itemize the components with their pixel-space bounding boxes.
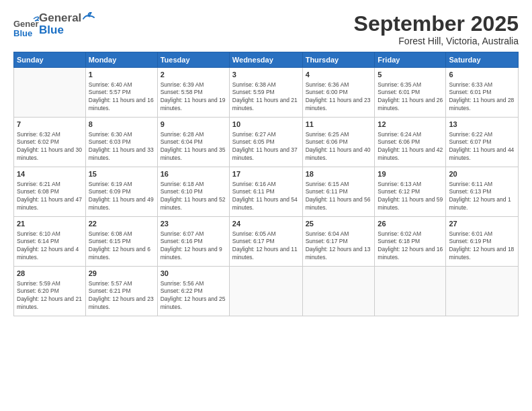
logo-text-block: General Blue — [39, 12, 95, 36]
day-number: 1 — [89, 70, 154, 80]
sunrise-info: Sunrise: 6:33 AM — [449, 81, 515, 89]
sunset-info: Sunset: 6:16 PM — [161, 238, 226, 246]
calendar-cell: 13Sunrise: 6:22 AMSunset: 6:07 PMDayligh… — [446, 118, 519, 167]
sunrise-info: Sunrise: 6:19 AM — [89, 181, 154, 189]
day-number: 13 — [449, 120, 515, 130]
calendar-cell: 27Sunrise: 6:01 AMSunset: 6:19 PMDayligh… — [446, 217, 519, 267]
daylight-info: Daylight: 12 hours and 21 minutes. — [17, 295, 83, 312]
day-number: 14 — [17, 169, 83, 179]
daylight-info: Daylight: 11 hours and 23 minutes. — [306, 97, 372, 113]
day-number: 25 — [306, 219, 372, 229]
calendar-week-row: 7Sunrise: 6:32 AMSunset: 6:02 PMDaylight… — [14, 118, 519, 167]
sunset-info: Sunset: 6:00 PM — [306, 89, 372, 97]
sunset-info: Sunset: 6:11 PM — [232, 188, 300, 196]
sunset-info: Sunset: 6:07 PM — [449, 138, 515, 146]
calendar-cell: 4Sunrise: 6:36 AMSunset: 6:00 PMDaylight… — [302, 68, 375, 118]
header-saturday: Saturday — [446, 52, 519, 68]
calendar-cell: 17Sunrise: 6:16 AMSunset: 6:11 PMDayligh… — [229, 167, 302, 217]
calendar-week-row: 28Sunrise: 5:59 AMSunset: 6:20 PMDayligh… — [14, 267, 519, 316]
calendar-cell: 7Sunrise: 6:32 AMSunset: 6:02 PMDaylight… — [14, 118, 86, 167]
calendar-cell: 23Sunrise: 6:07 AMSunset: 6:16 PMDayligh… — [157, 217, 229, 267]
sunrise-info: Sunrise: 6:08 AM — [89, 230, 154, 238]
day-number: 7 — [17, 120, 83, 130]
calendar-cell: 25Sunrise: 6:04 AMSunset: 6:17 PMDayligh… — [302, 217, 375, 267]
day-number: 22 — [89, 219, 154, 229]
sunrise-info: Sunrise: 6:24 AM — [378, 131, 443, 139]
day-number: 8 — [89, 120, 154, 130]
calendar-cell: 18Sunrise: 6:15 AMSunset: 6:11 PMDayligh… — [302, 167, 375, 217]
day-number: 6 — [449, 70, 515, 80]
daylight-info: Daylight: 11 hours and 26 minutes. — [378, 97, 443, 113]
sunset-info: Sunset: 6:06 PM — [378, 138, 443, 146]
day-number: 4 — [306, 70, 372, 80]
header-friday: Friday — [375, 52, 446, 68]
page: General Blue General Blue September 2025 — [0, 0, 532, 411]
day-number: 18 — [306, 169, 372, 179]
calendar-cell: 9Sunrise: 6:28 AMSunset: 6:04 PMDaylight… — [157, 118, 229, 167]
logo-icon: General Blue — [13, 12, 39, 42]
header-wednesday: Wednesday — [229, 52, 302, 68]
calendar-cell: 3Sunrise: 6:38 AMSunset: 5:59 PMDaylight… — [229, 68, 302, 118]
sunset-info: Sunset: 6:22 PM — [161, 287, 226, 295]
daylight-info: Daylight: 11 hours and 28 minutes. — [449, 97, 515, 113]
sunset-info: Sunset: 5:58 PM — [161, 89, 226, 97]
sunrise-info: Sunrise: 6:28 AM — [161, 131, 226, 139]
sunrise-info: Sunrise: 6:38 AM — [232, 81, 300, 89]
calendar-cell: 2Sunrise: 6:39 AMSunset: 5:58 PMDaylight… — [157, 68, 229, 118]
logo: General Blue — [13, 12, 39, 42]
calendar-cell: 14Sunrise: 6:21 AMSunset: 6:08 PMDayligh… — [14, 167, 86, 217]
sunset-info: Sunset: 6:01 PM — [449, 89, 515, 97]
daylight-info: Daylight: 12 hours and 1 minute. — [449, 196, 515, 212]
daylight-info: Daylight: 11 hours and 21 minutes. — [232, 97, 300, 113]
header-tuesday: Tuesday — [157, 52, 229, 68]
calendar-cell: 5Sunrise: 6:35 AMSunset: 6:01 PMDaylight… — [375, 68, 446, 118]
header-sunday: Sunday — [14, 52, 86, 68]
calendar-cell: 10Sunrise: 6:27 AMSunset: 6:05 PMDayligh… — [229, 118, 302, 167]
calendar-cell: 12Sunrise: 6:24 AMSunset: 6:06 PMDayligh… — [375, 118, 446, 167]
sunrise-info: Sunrise: 6:25 AM — [306, 131, 372, 139]
daylight-info: Daylight: 12 hours and 13 minutes. — [306, 246, 372, 262]
calendar-cell: 24Sunrise: 6:05 AMSunset: 6:17 PMDayligh… — [229, 217, 302, 267]
calendar-cell — [14, 68, 86, 118]
daylight-info: Daylight: 12 hours and 11 minutes. — [232, 246, 300, 262]
daylight-info: Daylight: 11 hours and 30 minutes. — [17, 146, 83, 163]
day-number: 2 — [161, 70, 226, 80]
header-monday: Monday — [85, 52, 157, 68]
day-number: 20 — [449, 169, 515, 179]
sunrise-info: Sunrise: 6:22 AM — [449, 131, 515, 139]
calendar-week-row: 21Sunrise: 6:10 AMSunset: 6:14 PMDayligh… — [14, 217, 519, 267]
calendar-cell: 19Sunrise: 6:13 AMSunset: 6:12 PMDayligh… — [375, 167, 446, 217]
daylight-info: Daylight: 11 hours and 56 minutes. — [306, 196, 372, 212]
header-thursday: Thursday — [302, 52, 375, 68]
sunset-info: Sunset: 6:02 PM — [17, 138, 83, 146]
day-number: 11 — [306, 120, 372, 130]
calendar-cell: 16Sunrise: 6:18 AMSunset: 6:10 PMDayligh… — [157, 167, 229, 217]
svg-text:Blue: Blue — [13, 28, 32, 38]
sunrise-info: Sunrise: 6:32 AM — [17, 131, 83, 139]
daylight-info: Daylight: 12 hours and 16 minutes. — [378, 246, 443, 262]
sunrise-info: Sunrise: 6:18 AM — [161, 181, 226, 189]
sunrise-info: Sunrise: 6:04 AM — [306, 230, 372, 238]
daylight-info: Daylight: 11 hours and 52 minutes. — [161, 196, 226, 212]
sunset-info: Sunset: 6:17 PM — [306, 238, 372, 246]
title-block: September 2025 Forest Hill, Victoria, Au… — [354, 12, 519, 46]
calendar-body: 1Sunrise: 6:40 AMSunset: 5:57 PMDaylight… — [14, 68, 519, 316]
day-number: 15 — [89, 169, 154, 179]
calendar-cell — [375, 267, 446, 316]
calendar-table: Sunday Monday Tuesday Wednesday Thursday… — [13, 52, 519, 316]
location: Forest Hill, Victoria, Australia — [354, 36, 519, 46]
day-number: 28 — [17, 269, 83, 279]
sunrise-info: Sunrise: 6:27 AM — [232, 131, 300, 139]
daylight-info: Daylight: 11 hours and 47 minutes. — [17, 196, 83, 212]
daylight-info: Daylight: 11 hours and 42 minutes. — [378, 146, 443, 163]
calendar-cell: 15Sunrise: 6:19 AMSunset: 6:09 PMDayligh… — [85, 167, 157, 217]
sunrise-info: Sunrise: 6:13 AM — [378, 181, 443, 189]
sunrise-info: Sunrise: 6:07 AM — [161, 230, 226, 238]
calendar-cell: 28Sunrise: 5:59 AMSunset: 6:20 PMDayligh… — [14, 267, 86, 316]
day-number: 27 — [449, 219, 515, 229]
logo-block: General Blue — [39, 12, 95, 36]
sunset-info: Sunset: 6:11 PM — [306, 188, 372, 196]
day-number: 19 — [378, 169, 443, 179]
calendar-cell: 1Sunrise: 6:40 AMSunset: 5:57 PMDaylight… — [85, 68, 157, 118]
daylight-info: Daylight: 11 hours and 19 minutes. — [161, 97, 226, 113]
